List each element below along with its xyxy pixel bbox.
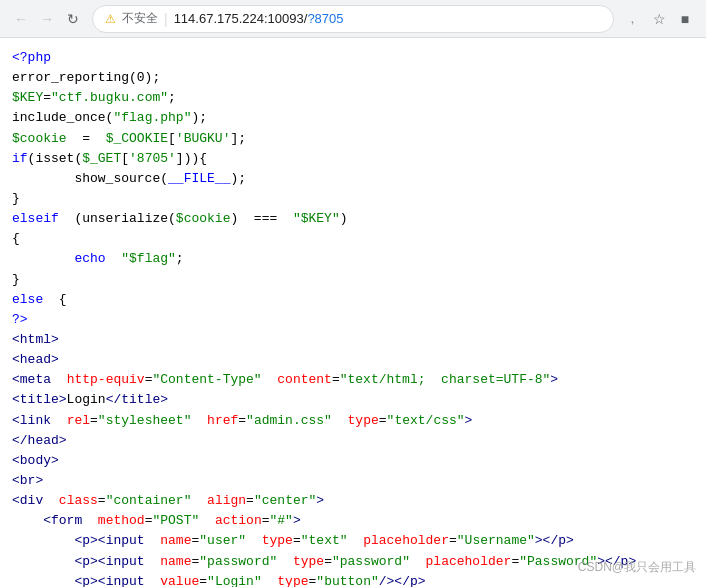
code-line-9: elseif (unserialize($cookie) === "$KEY") (12, 209, 694, 229)
code-line-25: <p><input name="user" type="text" placeh… (12, 531, 694, 551)
extension-icon[interactable]: ■ (674, 8, 696, 30)
code-line-21: <body> (12, 451, 694, 471)
code-line-6: if(isset($_GET['8705'])){ (12, 149, 694, 169)
code-line-5: $cookie = $_COOKIE['BUGKU']; (12, 129, 694, 149)
code-line-20: </head> (12, 431, 694, 451)
code-line-11: echo "$flag"; (12, 249, 694, 269)
code-line-24: <form method="POST" action="#"> (12, 511, 694, 531)
code-line-14: ?> (12, 310, 694, 330)
back-button[interactable]: ← (10, 8, 32, 30)
toolbar-icons: ﹐ ☆ ■ (622, 8, 696, 30)
code-line-18: <title>Login</title> (12, 390, 694, 410)
code-line-22: <br> (12, 471, 694, 491)
refresh-button[interactable]: ↻ (62, 8, 84, 30)
code-line-3: $KEY="ctf.bugku.com"; (12, 88, 694, 108)
code-line-17: <meta http-equiv="Content-Type" content=… (12, 370, 694, 390)
nav-buttons: ← → ↻ (10, 8, 84, 30)
code-line-16: <head> (12, 350, 694, 370)
code-line-19: <link rel="stylesheet" href="admin.css" … (12, 411, 694, 431)
code-line-23: <div class="container" align="center"> (12, 491, 694, 511)
url-separator: | (164, 11, 168, 27)
url-base: 114.67.175.224:10093/ (174, 11, 308, 26)
code-line-2: error_reporting(0); (12, 68, 694, 88)
code-line-13: else { (12, 290, 694, 310)
code-line-8: } (12, 189, 694, 209)
lock-icon: ⚠ (105, 12, 116, 26)
code-line-15: <html> (12, 330, 694, 350)
read-mode-icon[interactable]: ﹐ (622, 8, 644, 30)
code-line-26: <p><input name="password" type="password… (12, 552, 694, 572)
code-line-12: } (12, 270, 694, 290)
bookmark-icon[interactable]: ☆ (648, 8, 670, 30)
code-line-10: { (12, 229, 694, 249)
code-container: <?php error_reporting(0); $KEY="ctf.bugk… (0, 38, 706, 587)
insecure-label: 不安全 (122, 10, 158, 27)
code-line-4: include_once("flag.php"); (12, 108, 694, 128)
url-text: 114.67.175.224:10093/?8705 (174, 11, 344, 26)
browser-toolbar: ← → ↻ ⚠ 不安全 | 114.67.175.224:10093/?8705… (0, 0, 706, 38)
code-line-27: <p><input value="Login" type="button"/><… (12, 572, 694, 587)
code-line-7: show_source(__FILE__); (12, 169, 694, 189)
address-bar[interactable]: ⚠ 不安全 | 114.67.175.224:10093/?8705 (92, 5, 614, 33)
code-line-1: <?php (12, 48, 694, 68)
forward-button[interactable]: → (36, 8, 58, 30)
url-path: ?8705 (307, 11, 343, 26)
